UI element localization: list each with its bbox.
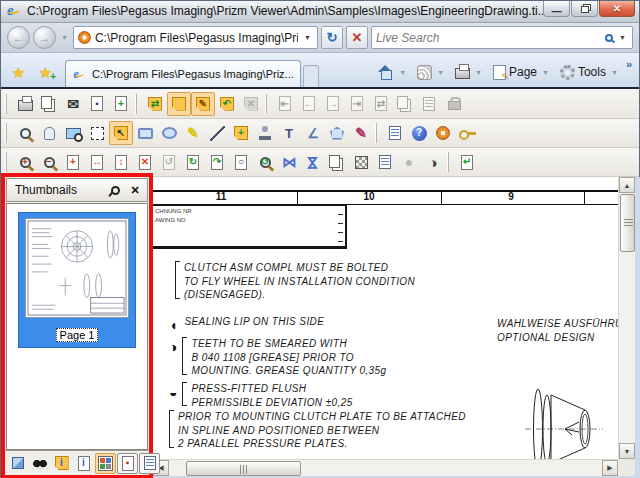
tools-menu-dropdown[interactable]: ▼ (609, 69, 620, 76)
note-paste-button[interactable]: ⇄ (143, 92, 167, 116)
zoom-in-button[interactable]: + (13, 150, 37, 174)
home-dropdown[interactable]: ▼ (397, 69, 408, 76)
dither-view-button[interactable] (349, 150, 373, 174)
scroll-down-button[interactable]: ▼ (619, 443, 635, 459)
page-info-button[interactable]: i (73, 453, 94, 474)
polyline-tool-button[interactable]: ∠ (301, 121, 325, 145)
zoom-select-button[interactable] (13, 121, 37, 145)
prizm-about-button[interactable] (431, 121, 455, 145)
acquire-scan-button[interactable]: ↵ (455, 150, 479, 174)
line-annotation-button[interactable] (205, 121, 229, 145)
note-copy-button[interactable] (167, 92, 191, 116)
note-paste-icon: ⇄ (148, 97, 162, 111)
note-delete-button: ✕ (239, 92, 263, 116)
add-favorite-button[interactable]: ★+ (32, 60, 59, 85)
forward-button[interactable]: → (33, 26, 56, 49)
copy-button[interactable] (37, 92, 61, 116)
tools-menu-button[interactable]: Tools▼ (557, 63, 623, 82)
feeds-dropdown[interactable]: ▼ (435, 69, 446, 76)
highlighter-button[interactable]: ✎ (181, 121, 205, 145)
pen-tool-button[interactable]: ✎ (349, 121, 373, 145)
fit-window-button[interactable]: ✕ (133, 150, 157, 174)
scroll-right-button[interactable]: ▶ (602, 460, 618, 476)
arrow-right-icon: ▶ (607, 464, 612, 472)
text-annotation-button[interactable]: T (277, 121, 301, 145)
print-button[interactable] (13, 92, 37, 116)
text-page-view-button[interactable] (373, 150, 397, 174)
thumbnail-view-button[interactable] (95, 453, 116, 474)
page-preview-button[interactable]: ○ (229, 150, 253, 174)
note-edit-button[interactable]: ✎ (191, 92, 215, 116)
search-box[interactable]: Live Search ▼ (371, 26, 633, 49)
stamp-tool-button[interactable] (253, 121, 277, 145)
annotation-list-button[interactable] (139, 453, 160, 474)
drawing-note: ◒PRESS-FITTED FLUSHPERMISSIBLE DEVIATION… (169, 382, 353, 409)
polygon-tool-button[interactable] (325, 121, 349, 145)
highlighter-icon: ✎ (185, 125, 202, 142)
active-tab[interactable]: e C:\Program Files\Pegasus Imaging\Priz.… (65, 60, 301, 87)
rectangle-annotation-button[interactable] (133, 121, 157, 145)
vertical-scrollbar[interactable]: ▲ ▼ (618, 177, 635, 459)
invert-view-button[interactable]: ◑ (421, 150, 445, 174)
scroll-up-button[interactable]: ▲ (619, 177, 635, 193)
thumbnail-page-1[interactable]: Page 1 (18, 212, 136, 348)
new-tab-button[interactable] (303, 65, 319, 87)
thumbnail-page-label: Page 1 (56, 328, 99, 342)
save-annotations-button[interactable]: ▪ (85, 92, 109, 116)
rotate-right-button[interactable]: ↻ (181, 150, 205, 174)
flip-horizontal-button[interactable]: ⋈ (277, 150, 301, 174)
page-menu-button[interactable]: Page▼ (490, 63, 554, 82)
ruler-divider (584, 191, 585, 204)
history-dropdown[interactable]: ▼ (59, 34, 70, 41)
select-region-button[interactable] (85, 121, 109, 145)
pen-tool-icon: ✎ (353, 125, 370, 142)
horizontal-scrollbar[interactable]: ◀ ▶ (153, 459, 618, 476)
find-button[interactable] (29, 453, 50, 474)
restore-button[interactable] (571, 1, 598, 17)
horizontal-scroll-thumb[interactable] (186, 461, 301, 476)
page-menu-dropdown[interactable]: ▼ (540, 69, 551, 76)
pin-panel-button[interactable] (107, 182, 123, 198)
print-button[interactable]: ▼ (452, 63, 487, 81)
copy-page-button[interactable] (325, 150, 349, 174)
home-button[interactable]: ▼ (374, 63, 411, 82)
license-key-button[interactable] (455, 121, 479, 145)
document-view[interactable]: 11 10 9 CHNUNG NR AWING NO CLUTCH ASM CO… (153, 177, 618, 459)
toolbar-grip (135, 94, 139, 114)
fit-page-button[interactable]: + (61, 150, 85, 174)
note-undo-button[interactable]: ↶ (215, 92, 239, 116)
extract-page-button[interactable]: ▪ (117, 453, 138, 474)
search-icon[interactable] (605, 34, 613, 42)
zoom-previous-button[interactable]: ↺ (253, 150, 277, 174)
add-page-button[interactable]: + (109, 92, 133, 116)
pan-button[interactable] (37, 121, 61, 145)
ellipse-annotation-button[interactable] (157, 121, 181, 145)
email-button[interactable]: ✉ (61, 92, 85, 116)
structure-cube-button[interactable] (7, 453, 28, 474)
back-button[interactable]: ← (7, 26, 30, 49)
note-tool-button[interactable]: ↖ (109, 121, 133, 145)
print-dropdown[interactable]: ▼ (473, 69, 484, 76)
fit-height-button[interactable]: ↕ (109, 150, 133, 174)
address-field[interactable]: C:\Program Files\Pegasus Imaging\Prizm ▼ (73, 26, 318, 49)
stop-button[interactable]: ✕ (346, 26, 368, 49)
address-dropdown[interactable]: ▼ (302, 34, 313, 41)
zoom-window-button[interactable] (61, 121, 85, 145)
flip-vertical-button[interactable]: ⋈ (301, 150, 325, 174)
overflow-chevron[interactable]: » (626, 57, 635, 70)
refresh-button[interactable]: ↻ (321, 26, 343, 49)
search-dropdown[interactable]: ▼ (617, 34, 628, 41)
note-info-button[interactable]: i (51, 453, 72, 474)
rotate-current-page-button[interactable]: ↷ (205, 150, 229, 174)
vertical-scroll-thumb[interactable] (620, 194, 635, 252)
feeds-button[interactable]: ▼ (414, 63, 449, 82)
add-note-button[interactable]: + (229, 121, 253, 145)
annotation-properties-button[interactable] (383, 121, 407, 145)
minimize-button[interactable]: — (543, 1, 570, 17)
favorites-button[interactable]: ★ (5, 60, 32, 85)
close-button[interactable]: ✕ (599, 1, 635, 17)
fit-width-button[interactable]: ↔ (85, 150, 109, 174)
zoom-out-button[interactable]: − (37, 150, 61, 174)
help-button[interactable]: ? (407, 121, 431, 145)
close-panel-button[interactable]: ✕ (127, 182, 143, 198)
